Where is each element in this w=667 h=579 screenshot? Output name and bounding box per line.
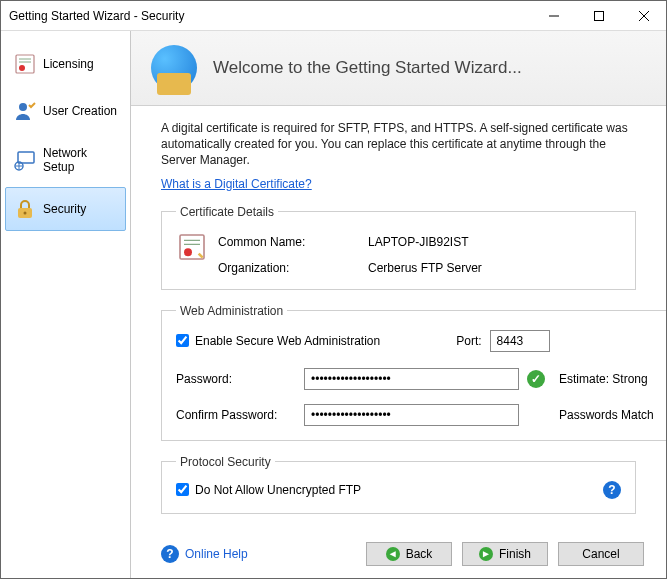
organization-value: Cerberus FTP Server [368,261,482,275]
sidebar-item-label: Security [43,202,86,216]
certificate-details-legend: Certificate Details [176,205,278,219]
finish-button-label: Finish [499,547,531,561]
web-administration-legend: Web Administration [176,304,287,318]
enable-secure-webadmin-label: Enable Secure Web Administration [195,334,380,348]
svg-rect-0 [594,11,603,20]
arrow-right-icon: ► [479,547,493,561]
online-help-link[interactable]: ? Online Help [161,545,248,563]
common-name-value: LAPTOP-JIB92IST [368,235,482,249]
check-ok-icon: ✓ [527,370,545,388]
intro-text: A digital certificate is required for SF… [161,120,636,169]
svg-rect-1 [16,55,34,73]
organization-label: Organization: [218,261,338,275]
password-label: Password: [176,372,296,386]
confirm-password-input[interactable] [304,404,519,426]
finish-button[interactable]: ► Finish [462,542,548,566]
help-icon[interactable]: ? [603,481,621,499]
password-estimate-label: Estimate: Strong [559,372,666,386]
help-icon: ? [161,545,179,563]
certificate-icon [13,52,37,76]
online-help-label: Online Help [185,547,248,561]
back-button[interactable]: ◄ Back [366,542,452,566]
cancel-button[interactable]: Cancel [558,542,644,566]
common-name-label: Common Name: [218,235,338,249]
minimize-button[interactable] [531,1,576,30]
password-input[interactable] [304,368,519,390]
window-title: Getting Started Wizard - Security [9,9,531,23]
port-label: Port: [456,334,481,348]
protocol-security-group: Protocol Security Do Not Allow Unencrypt… [161,455,636,514]
svg-point-3 [19,103,27,111]
svg-rect-4 [18,152,34,163]
certificate-details-group: Certificate Details Common Name: LAPTOP-… [161,205,636,290]
protocol-security-legend: Protocol Security [176,455,275,469]
certificate-badge-icon [176,231,208,263]
back-button-label: Back [406,547,433,561]
sidebar: Licensing User Creation Network Setup Se… [1,31,131,578]
passwords-match-label: Passwords Match [559,408,666,422]
sidebar-item-security[interactable]: Security [5,187,126,231]
maximize-button[interactable] [576,1,621,30]
confirm-password-label: Confirm Password: [176,408,296,422]
user-icon [13,99,37,123]
sidebar-item-label: User Creation [43,104,117,118]
enable-secure-webadmin-checkbox[interactable] [176,334,189,347]
what-is-certificate-link[interactable]: What is a Digital Certificate? [161,177,312,191]
titlebar: Getting Started Wizard - Security [1,1,666,31]
lock-icon [13,197,37,221]
sidebar-item-label: Licensing [43,57,94,71]
footer: ? Online Help ◄ Back ► Finish Cancel [131,530,666,578]
sidebar-item-user-creation[interactable]: User Creation [5,89,126,133]
header-band: Welcome to the Getting Started Wizard... [131,31,666,106]
sidebar-item-network-setup[interactable]: Network Setup [5,136,126,184]
svg-point-9 [184,248,192,256]
page-title: Welcome to the Getting Started Wizard... [213,58,522,78]
no-unencrypted-ftp-checkbox[interactable] [176,483,189,496]
close-button[interactable] [621,1,666,30]
network-icon [13,148,37,172]
svg-point-2 [19,65,25,71]
svg-point-7 [24,212,27,215]
arrow-left-icon: ◄ [386,547,400,561]
sidebar-item-label: Network Setup [43,146,118,174]
web-administration-group: Web Administration Enable Secure Web Adm… [161,304,666,441]
globe-folder-icon [151,45,197,91]
cancel-button-label: Cancel [582,547,619,561]
no-unencrypted-ftp-label: Do Not Allow Unencrypted FTP [195,483,361,497]
sidebar-item-licensing[interactable]: Licensing [5,42,126,86]
port-input[interactable] [490,330,550,352]
